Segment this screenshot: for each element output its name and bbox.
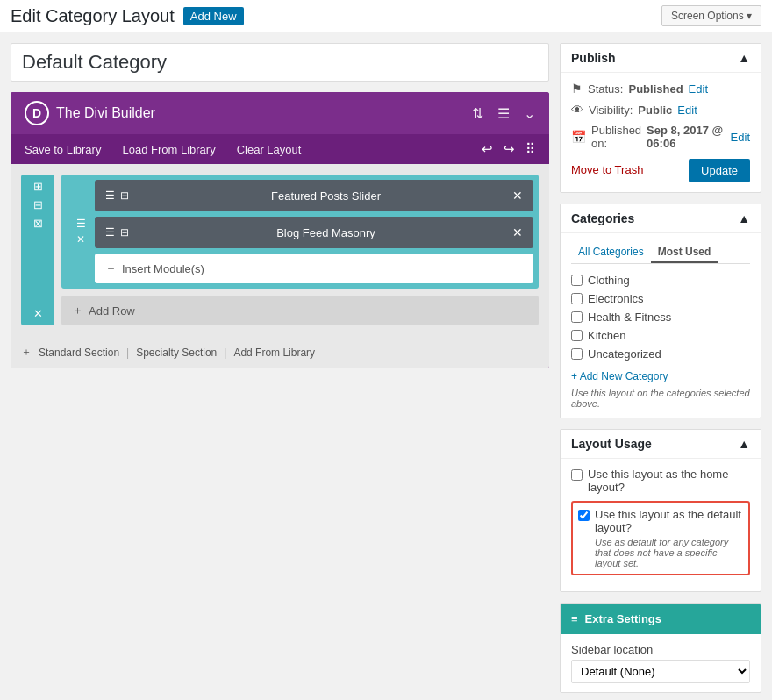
layout-usage-title: Layout Usage	[571, 437, 652, 451]
category-checkbox-uncategorized[interactable]	[571, 348, 583, 360]
category-checkbox-clothing[interactable]	[571, 275, 583, 286]
desktop-icon[interactable]: ⊞	[33, 180, 43, 193]
publish-date-row: 📅 Published on: Sep 8, 2017 @ 06:06 Edit	[571, 124, 750, 150]
add-new-category-link[interactable]: + Add New Category	[571, 370, 750, 382]
move-to-trash-link[interactable]: Move to Trash	[571, 157, 643, 183]
specialty-section-link[interactable]: Specialty Section	[136, 346, 217, 359]
categories-collapse-icon[interactable]: ▲	[738, 211, 750, 225]
flag-icon: ⚑	[571, 82, 583, 96]
category-list: Clothing Electronics Health & Fitness Ki…	[571, 271, 750, 363]
load-from-library-link[interactable]: Load From Library	[122, 143, 215, 156]
plus-standard-icon: ＋	[21, 345, 32, 360]
publish-collapse-icon[interactable]: ▲	[738, 51, 750, 65]
page-title: Edit Category Layout	[11, 6, 175, 26]
layout-usage-collapse-icon[interactable]: ▲	[738, 437, 750, 451]
separator-1: |	[126, 346, 129, 359]
update-button[interactable]: Update	[689, 159, 750, 182]
menu-icon[interactable]: ☰	[497, 105, 510, 122]
publish-status-row: ⚑ Status: Published Edit	[571, 82, 750, 96]
insert-module-label: Insert Module(s)	[122, 262, 204, 275]
home-layout-item: Use this layout as the home layout?	[571, 468, 750, 494]
redo-icon[interactable]: ↪	[504, 141, 515, 157]
edit-status-link[interactable]: Edit	[689, 82, 708, 96]
category-label-health: Health & Fitness	[588, 311, 671, 324]
collapse-icon[interactable]: ⌄	[524, 105, 535, 122]
undo-icon[interactable]: ↩	[482, 141, 493, 157]
content-area: D The Divi Builder ⇅ ☰ ⌄ Save to Library…	[11, 43, 549, 368]
add-from-library-link[interactable]: Add From Library	[233, 346, 315, 359]
grid-icon[interactable]: ⠿	[525, 141, 535, 157]
module-item-icons: ☰ ⊟	[105, 226, 129, 239]
publish-box-header: Publish ▲	[561, 44, 761, 73]
category-checkbox-health[interactable]	[571, 311, 583, 323]
publish-box: Publish ▲ ⚑ Status: Published Edit 👁 Vis…	[560, 43, 761, 193]
divi-toolbar: Save to Library Load From Library Clear …	[11, 134, 549, 164]
layout-usage-box: Layout Usage ▲ Use this layout as the ho…	[560, 429, 761, 592]
section-sidebar: ⊞ ⊟ ⊠ ✕	[21, 175, 54, 325]
divi-logo-icon: D	[25, 101, 49, 125]
module-2-name: Blog Feed Masonry	[139, 226, 512, 239]
published-on-label: Published on:	[591, 124, 641, 150]
tablet-icon[interactable]: ⊟	[33, 198, 43, 211]
calendar-icon: 📅	[571, 130, 586, 144]
insert-module-btn[interactable]: ＋ Insert Module(s)	[95, 254, 533, 283]
divi-logo-text: The Divi Builder	[56, 105, 155, 121]
add-row-bar[interactable]: ＋ Add Row	[61, 296, 539, 325]
post-title-input[interactable]	[11, 43, 549, 82]
screen-options-button[interactable]: Screen Options ▾	[661, 5, 761, 26]
modules-area: ☰ ⊟ Featured Posts Slider ✕ ☰	[95, 180, 533, 283]
categories-box: Categories ▲ All Categories Most Used Cl…	[560, 204, 761, 418]
default-layout-text-group: Use this layout as the default layout? U…	[595, 508, 743, 568]
row-hamburger-icon[interactable]: ☰	[76, 218, 86, 230]
clear-layout-link[interactable]: Clear Layout	[237, 143, 302, 156]
sidebar-location-select[interactable]: Default (None) Left Right	[571, 660, 750, 683]
category-checkbox-electronics[interactable]	[571, 293, 583, 304]
visibility-value: Public	[638, 104, 672, 117]
status-value: Published	[628, 82, 683, 96]
publish-visibility-row: 👁 Visibility: Public Edit	[571, 103, 750, 117]
module-1-name: Featured Posts Slider	[139, 189, 512, 203]
edit-visibility-link[interactable]: Edit	[677, 104, 697, 117]
category-label-electronics: Electronics	[588, 292, 644, 305]
add-new-button[interactable]: Add New	[183, 7, 244, 25]
row-x-icon[interactable]: ✕	[76, 233, 85, 246]
columns-icon[interactable]: ⊠	[33, 217, 43, 230]
module-1-delete-icon[interactable]: ✕	[512, 189, 523, 203]
builder-canvas: ⊞ ⊟ ⊠ ✕ ☰ ✕	[11, 164, 549, 336]
status-label: Status:	[588, 82, 623, 96]
home-layout-checkbox[interactable]	[571, 469, 583, 481]
module-hamburger-icon-2[interactable]: ☰	[105, 226, 115, 239]
divi-toolbar-icons: ↩ ↪ ⠿	[482, 141, 535, 157]
category-usage-note: Use this layout on the categories select…	[571, 388, 750, 409]
module-item-icons: ☰ ⊟	[105, 189, 129, 202]
list-item: Electronics	[571, 289, 750, 308]
category-label-kitchen: Kitchen	[588, 329, 625, 342]
module-settings-icon[interactable]: ⊟	[120, 189, 129, 202]
tab-most-used[interactable]: Most Used	[651, 242, 718, 263]
module-2-delete-icon[interactable]: ✕	[512, 225, 523, 239]
module-settings-icon-2[interactable]: ⊟	[120, 226, 129, 239]
main-layout: D The Divi Builder ⇅ ☰ ⌄ Save to Library…	[0, 32, 772, 700]
module-hamburger-icon[interactable]: ☰	[105, 189, 115, 202]
divi-builder: D The Divi Builder ⇅ ☰ ⌄ Save to Library…	[11, 92, 549, 368]
category-label-uncategorized: Uncategorized	[588, 347, 661, 361]
list-item: Kitchen	[571, 326, 750, 345]
module-item: ☰ ⊟ Blog Feed Masonry ✕	[95, 217, 533, 248]
extra-settings-icon: ≡	[571, 612, 578, 625]
layout-usage-content: Use this layout as the home layout? Use …	[561, 459, 761, 591]
publish-actions: Move to Trash Update	[571, 157, 750, 183]
add-row-label: Add Row	[89, 304, 135, 318]
top-bar-left: Edit Category Layout Add New	[11, 6, 244, 26]
edit-date-link[interactable]: Edit	[731, 131, 750, 144]
category-tabs: All Categories Most Used	[571, 242, 750, 264]
section-footer: ＋ Standard Section | Specialty Section |…	[11, 336, 549, 368]
standard-section-link[interactable]: Standard Section	[39, 346, 119, 359]
section-delete-icon[interactable]: ✕	[33, 307, 43, 320]
sort-icon[interactable]: ⇅	[472, 105, 483, 122]
tab-all-categories[interactable]: All Categories	[571, 242, 651, 263]
default-layout-checkbox[interactable]	[578, 510, 590, 521]
category-checkbox-kitchen[interactable]	[571, 330, 583, 341]
save-to-library-link[interactable]: Save to Library	[25, 143, 101, 156]
visibility-label: Visibility:	[589, 104, 633, 117]
categories-title: Categories	[571, 211, 634, 225]
